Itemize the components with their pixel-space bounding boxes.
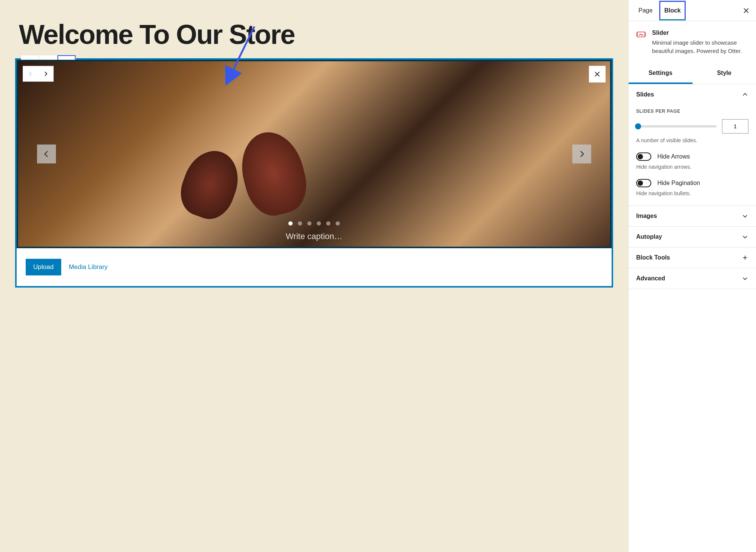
page-title: Welcome To Our Store xyxy=(19,19,613,50)
close-icon xyxy=(593,70,601,78)
panel-title: Autoplay xyxy=(636,233,662,240)
panel-autoplay-toggle[interactable]: Autoplay xyxy=(629,227,756,247)
pagination-dot[interactable] xyxy=(288,221,293,225)
hide-arrows-label: Hide Arrows xyxy=(657,153,690,160)
hide-arrows-toggle[interactable] xyxy=(636,152,651,161)
svg-rect-12 xyxy=(645,33,646,36)
chevron-up-icon xyxy=(742,91,748,98)
block-sub-tabs: Settings Style xyxy=(629,64,756,84)
slider-stage: Write caption… xyxy=(17,60,612,248)
chevron-left-icon xyxy=(27,70,34,77)
slides-per-page-help: A number of visible slides. xyxy=(636,137,748,143)
panel-slides-toggle[interactable]: Slides xyxy=(629,84,756,105)
chevron-down-icon xyxy=(742,233,748,240)
tab-block[interactable]: Block xyxy=(659,1,686,20)
tab-page[interactable]: Page xyxy=(635,2,656,19)
panel-slides: Slides SLIDES PER PAGE A number of visib… xyxy=(629,84,756,206)
block-title: Slider xyxy=(652,30,748,36)
media-library-link[interactable]: Media Library xyxy=(69,263,108,271)
hide-pagination-help: Hide navigation bullets. xyxy=(636,190,748,196)
panel-title: Slides xyxy=(636,91,654,98)
panel-title: Images xyxy=(636,213,657,219)
remove-slide-button[interactable] xyxy=(589,66,606,82)
pagination-dot[interactable] xyxy=(298,221,302,225)
slider-block[interactable]: Write caption… Upload Media Library xyxy=(15,58,613,288)
sub-tab-settings[interactable]: Settings xyxy=(629,64,692,84)
pagination-dot[interactable] xyxy=(336,221,340,225)
block-info: Slider Minimal image slider to showcase … xyxy=(629,21,756,64)
move-slide-next[interactable] xyxy=(38,66,53,81)
chevron-right-icon xyxy=(578,150,586,158)
hide-pagination-toggle[interactable] xyxy=(636,179,651,187)
close-icon xyxy=(742,7,750,14)
panel-title: Advanced xyxy=(636,275,665,282)
upload-button[interactable]: Upload xyxy=(26,259,61,275)
sidebar-tabs: Page Block xyxy=(629,0,756,21)
pagination-dot[interactable] xyxy=(317,221,321,225)
sub-tab-style[interactable]: Style xyxy=(692,64,756,84)
pagination-dot[interactable] xyxy=(307,221,311,225)
block-description: Minimal image slider to showcase beautif… xyxy=(652,39,748,55)
pagination-dot[interactable] xyxy=(326,221,330,225)
plus-icon xyxy=(742,254,748,261)
chevron-down-icon xyxy=(742,275,748,282)
close-sidebar-button[interactable] xyxy=(742,7,750,14)
panel-images-toggle[interactable]: Images xyxy=(629,206,756,226)
chevron-left-icon xyxy=(42,150,51,158)
settings-sidebar: Page Block Slider Minimal image slider t… xyxy=(628,0,756,552)
caption-input[interactable]: Write caption… xyxy=(286,232,342,241)
hide-arrows-help: Hide navigation arrows. xyxy=(636,164,748,170)
slider-next-button[interactable] xyxy=(572,145,591,163)
chevron-right-icon xyxy=(42,70,49,77)
slides-per-page-input[interactable] xyxy=(722,119,748,134)
slider-pagination xyxy=(288,221,340,225)
slides-per-page-label: SLIDES PER PAGE xyxy=(636,109,748,114)
panel-advanced-toggle[interactable]: Advanced xyxy=(629,268,756,289)
panel-title: Block Tools xyxy=(636,254,670,261)
slide-reorder-nav xyxy=(23,66,54,82)
media-row: Upload Media Library xyxy=(17,248,612,286)
move-slide-prev[interactable] xyxy=(23,66,38,81)
hide-pagination-label: Hide Pagination xyxy=(657,180,700,187)
panel-block-tools-toggle[interactable]: Block Tools xyxy=(629,247,756,268)
slider-icon xyxy=(636,30,646,39)
svg-rect-11 xyxy=(637,33,637,36)
chevron-down-icon xyxy=(742,213,748,219)
slider-prev-button[interactable] xyxy=(37,145,56,163)
slides-per-page-range[interactable] xyxy=(636,125,717,128)
